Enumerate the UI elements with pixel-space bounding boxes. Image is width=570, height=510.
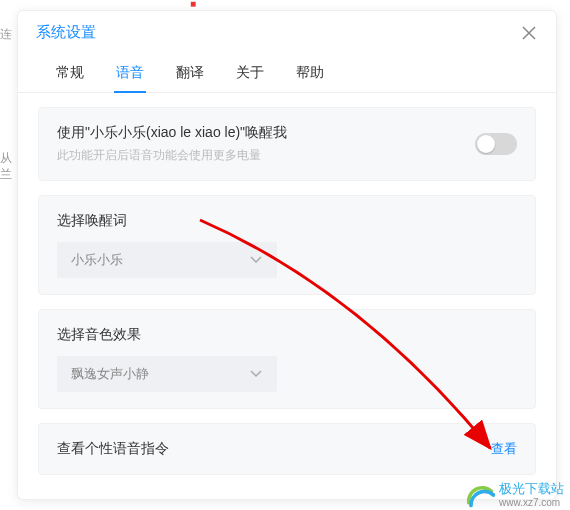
custom-cmd-label: 查看个性语音指令 bbox=[57, 440, 169, 458]
voice-effect-section: 选择音色效果 飘逸女声小静 bbox=[38, 309, 536, 409]
watermark-logo-icon bbox=[465, 480, 495, 510]
watermark: 极光下载站 www.xz7.com bbox=[465, 480, 564, 510]
tab-about[interactable]: 关于 bbox=[234, 56, 266, 92]
tab-voice[interactable]: 语音 bbox=[114, 56, 146, 92]
voice-effect-select[interactable]: 飘逸女声小静 bbox=[57, 356, 277, 392]
cropped-left-text-2: 连 bbox=[0, 26, 12, 43]
wake-text: 使用"小乐小乐(xiao le xiao le)"唤醒我 此功能开启后语音功能会… bbox=[57, 124, 287, 164]
wake-word-section: 选择唤醒词 小乐小乐 bbox=[38, 195, 536, 295]
voice-effect-value: 飘逸女声小静 bbox=[71, 365, 149, 383]
view-link[interactable]: 查看 bbox=[491, 440, 517, 458]
chevron-down-icon bbox=[249, 366, 263, 383]
chevron-down-icon bbox=[249, 252, 263, 269]
tab-translate[interactable]: 翻译 bbox=[174, 56, 206, 92]
wake-toggle[interactable] bbox=[475, 133, 517, 155]
wake-section: 使用"小乐小乐(xiao le xiao le)"唤醒我 此功能开启后语音功能会… bbox=[38, 107, 536, 181]
wake-subtitle: 此功能开启后语音功能会使用更多电量 bbox=[57, 147, 287, 164]
cropped-left-text: 从 兰 bbox=[0, 150, 12, 182]
wake-title: 使用"小乐小乐(xiao le xiao le)"唤醒我 bbox=[57, 124, 287, 142]
modal-title: 系统设置 bbox=[36, 23, 96, 42]
close-icon[interactable] bbox=[520, 24, 538, 42]
modal-content: 使用"小乐小乐(xiao le xiao le)"唤醒我 此功能开启后语音功能会… bbox=[18, 107, 556, 475]
watermark-url: www.xz7.com bbox=[499, 497, 564, 508]
voice-effect-label: 选择音色效果 bbox=[57, 326, 517, 344]
tab-help[interactable]: 帮助 bbox=[294, 56, 326, 92]
cropped-top-red-text: ■ bbox=[190, 0, 196, 9]
modal-header: 系统设置 bbox=[18, 11, 556, 50]
wake-word-select[interactable]: 小乐小乐 bbox=[57, 242, 277, 278]
tabs: 常规 语音 翻译 关于 帮助 bbox=[18, 50, 556, 93]
tab-general[interactable]: 常规 bbox=[54, 56, 86, 92]
toggle-knob bbox=[477, 135, 495, 153]
wake-word-label: 选择唤醒词 bbox=[57, 212, 517, 230]
settings-modal: 系统设置 常规 语音 翻译 关于 帮助 使用"小乐小乐(xiao le xiao… bbox=[17, 10, 557, 500]
custom-cmd-section: 查看个性语音指令 查看 bbox=[38, 423, 536, 475]
wake-word-value: 小乐小乐 bbox=[71, 251, 123, 269]
watermark-name: 极光下载站 bbox=[499, 482, 564, 496]
